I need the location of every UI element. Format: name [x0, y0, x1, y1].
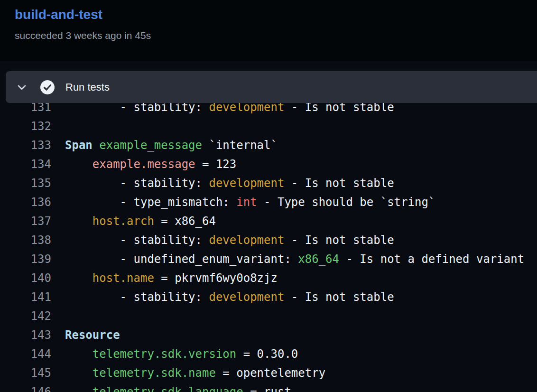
log-line: 144 telemetry.sdk.version = 0.30.0: [0, 345, 537, 364]
log-line: 139 - undefined_enum_variant: x86_64 - I…: [0, 250, 537, 269]
line-number[interactable]: 136: [0, 193, 51, 212]
line-number[interactable]: 144: [0, 345, 51, 364]
line-number[interactable]: 132: [0, 117, 51, 136]
log-line: 146 telemetry.sdk.language = rust: [0, 383, 537, 392]
line-number[interactable]: 143: [0, 326, 51, 345]
step-header[interactable]: Run tests: [6, 71, 537, 103]
log-line: 142: [0, 307, 537, 326]
line-number[interactable]: 133: [0, 136, 51, 155]
line-content: telemetry.sdk.version = 0.30.0: [51, 345, 298, 364]
line-content: telemetry.sdk.language = rust: [51, 383, 291, 392]
log-line: 137 host.arch = x86_64: [0, 212, 537, 231]
line-content: - stability: development - Is not stable: [51, 231, 394, 250]
line-number[interactable]: 142: [0, 307, 51, 326]
log-line: 133Span example_message `internal`: [0, 136, 537, 155]
line-content: [51, 307, 65, 326]
check-circle-icon: [40, 80, 55, 95]
line-number[interactable]: 137: [0, 212, 51, 231]
line-content: Resource: [51, 326, 120, 345]
line-content: Span example_message `internal`: [51, 136, 278, 155]
line-number[interactable]: 141: [0, 288, 51, 307]
line-number[interactable]: 138: [0, 231, 51, 250]
line-content: - undefined_enum_variant: x86_64 - Is no…: [51, 250, 524, 269]
line-content: host.arch = x86_64: [51, 212, 216, 231]
log-line: 140 host.name = pkrvmf6wy0o8zjz: [0, 269, 537, 288]
line-number[interactable]: 145: [0, 364, 51, 383]
log-lines: 131 - stability: development - Is not st…: [0, 98, 537, 392]
line-number[interactable]: 134: [0, 155, 51, 174]
line-content: - stability: development - Is not stable: [51, 288, 394, 307]
log-line: 136 - type_mismatch: int - Type should b…: [0, 193, 537, 212]
job-header: build-and-test succeeded 3 weeks ago in …: [0, 0, 537, 62]
line-number[interactable]: 135: [0, 174, 51, 193]
line-number[interactable]: 146: [0, 383, 51, 392]
line-number[interactable]: 140: [0, 269, 51, 288]
job-status-text: succeeded 3 weeks ago in 45s: [15, 29, 151, 42]
log-line: 141 - stability: development - Is not st…: [0, 288, 537, 307]
log-line: 145 telemetry.sdk.name = opentelemetry: [0, 364, 537, 383]
line-content: - type_mismatch: int - Type should be `s…: [51, 193, 435, 212]
line-number[interactable]: 139: [0, 250, 51, 269]
log-line: 143Resource: [0, 326, 537, 345]
line-content: [51, 117, 65, 136]
line-content: - stability: development - Is not stable: [51, 174, 394, 193]
log-line: 134 example.message = 123: [0, 155, 537, 174]
log-line: 135 - stability: development - Is not st…: [0, 174, 537, 193]
chevron-down-icon[interactable]: [16, 81, 28, 93]
line-content: telemetry.sdk.name = opentelemetry: [51, 364, 325, 383]
line-content: host.name = pkrvmf6wy0o8zjz: [51, 269, 278, 288]
log-viewport: 131 - stability: development - Is not st…: [0, 63, 537, 392]
step-name: Run tests: [65, 81, 110, 93]
log-line: 138 - stability: development - Is not st…: [0, 231, 537, 250]
line-content: example.message = 123: [51, 155, 236, 174]
log-line: 132: [0, 117, 537, 136]
job-title-link[interactable]: build-and-test: [15, 7, 102, 23]
